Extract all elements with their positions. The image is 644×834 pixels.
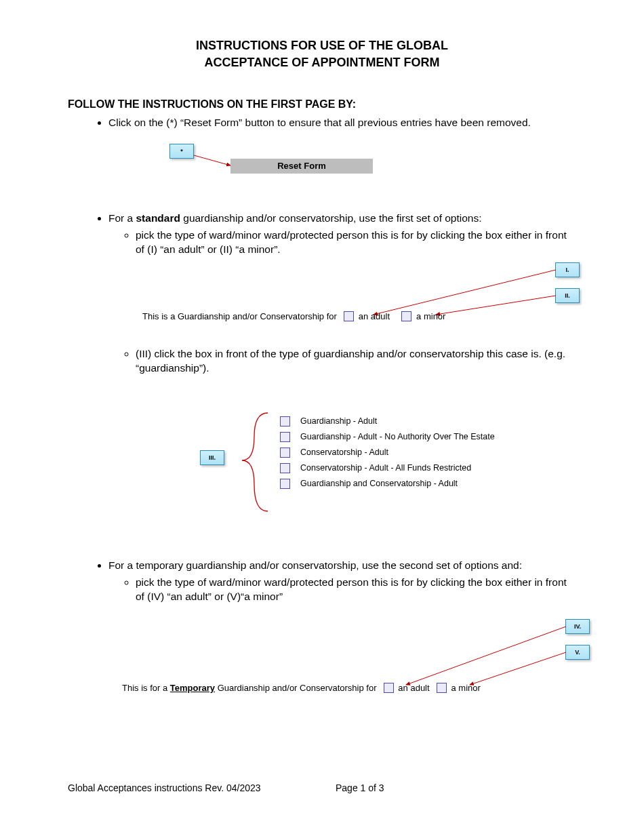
checkbox-adult-standard[interactable] (344, 311, 354, 321)
reset-form-button[interactable]: Reset Form (230, 159, 373, 174)
bullet-temporary-text: For a temporary guardianship and/or cons… (108, 559, 522, 571)
checkbox-type-4[interactable] (280, 479, 290, 489)
sentence-temporary: This is for a Temporary Guardianship and… (122, 683, 481, 693)
arrow-II (436, 296, 556, 315)
checkbox-minor-temporary[interactable] (437, 683, 447, 693)
type-label-1: Guardianship - Adult - No Authority Over… (300, 432, 495, 441)
sentence-temp-bold: Temporary (170, 683, 215, 693)
checkbox-minor-standard[interactable] (401, 311, 411, 321)
brace-icon (242, 413, 268, 511)
diagram-reset: * Reset Form (169, 144, 576, 191)
bullet-standard-sub2: (III) click the box in front of the type… (136, 347, 576, 376)
title-line-2: ACCEPTANCE OF APPOINTMENT FORM (205, 56, 440, 69)
type-row-2: Conservatorship - Adult (278, 448, 495, 458)
diagram-standard-options: I. II. This is a Guardianship and/or Con… (68, 262, 576, 330)
footer-revision: Global Acceptances instructions Rev. 04/… (68, 782, 308, 793)
title-line-1: INSTRUCTIONS FOR USE OF THE GLOBAL (196, 39, 448, 52)
checkbox-adult-temporary[interactable] (384, 683, 394, 693)
bullet-reset: Click on the (*) “Reset Form” button to … (108, 116, 576, 130)
diagram-type-list: III. Guardianship - Adult Guardianship -… (68, 410, 576, 532)
sentence-standard-text: This is a Guardianship and/or Conservato… (142, 311, 337, 321)
callout-roman-3: III. (200, 450, 224, 465)
bullet-standard-pre: For a (108, 212, 136, 224)
type-row-4: Guardianship and Conservatorship - Adult (278, 479, 495, 489)
label-adult-standard: an adult (359, 311, 390, 321)
page-footer: Global Acceptances instructions Rev. 04/… (68, 782, 576, 793)
bullet-standard-sub1: pick the type of ward/minor ward/protect… (136, 229, 576, 257)
type-row-1: Guardianship - Adult - No Authority Over… (278, 432, 495, 442)
bullet-standard-post: guardianship and/or conservatorship, use… (180, 212, 482, 224)
bullet-temporary-sub1: pick the type of ward/minor ward/protect… (136, 576, 576, 604)
type-row-3: Conservatorship - Adult - All Funds Rest… (278, 463, 495, 473)
arrow-star-to-reset (194, 155, 230, 165)
arrow-IV (406, 627, 566, 685)
page-title: INSTRUCTIONS FOR USE OF THE GLOBAL ACCEP… (68, 37, 576, 71)
type-label-4: Guardianship and Conservatorship - Adult (300, 479, 458, 488)
footer-page-number: Page 1 of 3 (308, 782, 576, 793)
type-label-3: Conservatorship - Adult - All Funds Rest… (300, 463, 471, 473)
label-adult-temporary: an adult (398, 683, 429, 693)
type-label-2: Conservatorship - Adult (300, 448, 388, 457)
checkbox-type-0[interactable] (280, 416, 290, 426)
checkbox-type-1[interactable] (280, 432, 290, 442)
type-label-0: Guardianship - Adult (300, 416, 377, 426)
section-heading: FOLLOW THE INSTRUCTIONS ON THE FIRST PAG… (68, 98, 576, 111)
bullet-standard-bold: standard (136, 212, 180, 224)
checkbox-type-3[interactable] (280, 463, 290, 473)
bullet-standard: For a standard guardianship and/or conse… (108, 212, 576, 257)
type-row-0: Guardianship - Adult (278, 416, 495, 426)
arrow-V (470, 652, 566, 685)
arrow-I (374, 270, 556, 315)
sentence-temp-post: Guardianship and/or Conservatorship for (215, 683, 376, 693)
label-minor-temporary: a minor (451, 683, 480, 693)
bullet-temporary: For a temporary guardianship and/or cons… (108, 559, 576, 604)
checkbox-type-2[interactable] (280, 448, 290, 458)
sentence-standard: This is a Guardianship and/or Conservato… (142, 311, 445, 321)
sentence-temp-pre: This is for a (122, 683, 170, 693)
diagram-temporary-options: IV. V. This is for a Temporary Guardians… (68, 607, 576, 709)
label-minor-standard: a minor (416, 311, 445, 321)
